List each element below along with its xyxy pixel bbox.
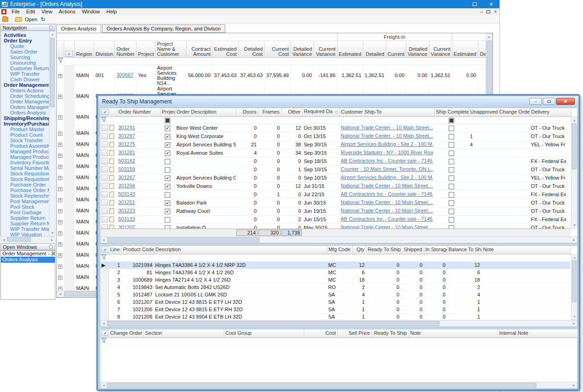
expand-icon[interactable]: + [58, 198, 62, 202]
note-icon[interactable] [109, 142, 114, 147]
expand-icon[interactable]: + [58, 231, 62, 235]
col-header-line[interactable]: Line # [108, 246, 121, 254]
scroll-right-icon[interactable]: ► [49, 237, 55, 243]
scroll-up-icon[interactable]: ▲ [571, 117, 577, 123]
ship-to-link[interactable]: National Trade Center - 10 Main Street,.… [341, 199, 433, 205]
sidebar-item-pool-management[interactable]: Pool Management [1, 199, 55, 204]
scrollbar-thumb[interactable] [487, 41, 492, 101]
order-number-link[interactable]: 301251 [118, 199, 135, 205]
expand-icon[interactable]: + [58, 187, 62, 191]
filter-funnel-icon[interactable] [58, 58, 63, 63]
select-all-header[interactable]: ✔ [64, 41, 75, 57]
expander-cell[interactable]: + [57, 194, 64, 205]
project-checkbox[interactable]: ✔ [165, 134, 170, 139]
col-header-ready-to-ship[interactable]: Ready To Ship [366, 246, 401, 254]
scrollbar[interactable]: ◄► [100, 236, 577, 243]
row-selector[interactable] [102, 208, 108, 214]
row-selector[interactable] [64, 216, 75, 227]
ship-complete-checkbox[interactable] [449, 175, 454, 181]
project-checkbox[interactable]: ✔ [165, 200, 170, 206]
note-icon[interactable] [109, 167, 114, 172]
col-header-detailed[interactable]: Detailed [363, 41, 386, 57]
row-selector[interactable] [64, 194, 75, 205]
sidebar-item-supplier-return-manag[interactable]: Supplier Return Manag [1, 221, 55, 226]
expand-icon[interactable]: + [58, 154, 62, 158]
col-header-doors[interactable]: Doors [236, 108, 258, 116]
scroll-up-icon[interactable]: ▲ [571, 254, 577, 260]
filter-cell[interactable] [452, 57, 478, 65]
filter-cell[interactable] [424, 254, 447, 261]
sidebar-item-orders-management[interactable]: Orders Management [1, 104, 55, 110]
expander-cell[interactable]: + [57, 172, 64, 183]
scroll-left-icon[interactable]: ◄ [101, 237, 107, 243]
filter-cell[interactable] [121, 254, 154, 261]
menu-help[interactable]: Help [103, 9, 120, 14]
ship-to-link[interactable]: National Trade Center - 10 Main Street..… [341, 224, 432, 229]
sidebar-item-product-count[interactable]: Product Count [1, 132, 55, 138]
checkbox-dropdown-icon[interactable]: ✔ [102, 330, 108, 336]
ship-complete-checkbox[interactable] [449, 134, 454, 139]
ship-complete-checkbox[interactable] [449, 159, 454, 164]
expand-icon[interactable]: + [58, 220, 62, 224]
scroll-up-icon[interactable]: ▲ [486, 34, 492, 40]
ship-order-row[interactable]: 301223✔Rathway Court000Jun 19/15National… [100, 207, 571, 215]
ship-to-link[interactable]: AB Contractors Inc - Counter sale - 7145… [341, 216, 433, 222]
ship-order-row[interactable]: 301297✔King West Corporate000Oct 13/15Na… [100, 132, 571, 140]
sidebar-item-wip-transfer-manage[interactable]: WIP Transfer Manage [1, 226, 55, 232]
filter-cell[interactable] [100, 254, 108, 261]
note-icon[interactable] [109, 217, 114, 222]
line-item-row[interactable]: 61021207Exit Device 12 43 8815 E ETY LH … [100, 298, 570, 306]
filter-cell[interactable] [94, 57, 115, 65]
scroll-up-icon[interactable]: ▲ [49, 31, 55, 37]
sidebar-item-managed-products-ma[interactable]: Managed Products Ma [1, 149, 55, 154]
expand-icon[interactable]: + [58, 95, 62, 99]
sidebar-item-order-management[interactable]: Order Management [1, 99, 55, 104]
sidebar-item-orders-actions[interactable]: Orders Actions [1, 88, 55, 93]
ship-order-row[interactable]: 503162000Sep 18/15AB Contractors Inc - C… [100, 157, 571, 165]
filter-cell[interactable] [327, 254, 352, 261]
scrollbar-thumb[interactable] [7, 237, 31, 241]
expander-cell[interactable]: + [57, 260, 64, 271]
sidebar-item-inventory-purchasing[interactable]: Inventory/Purchasing [1, 121, 55, 127]
sidebar-item-order-scheduling[interactable]: Order Scheduling [1, 93, 55, 99]
filter-cell[interactable] [372, 338, 409, 345]
row-selector[interactable] [64, 238, 75, 249]
filter-cell[interactable] [469, 116, 529, 124]
sidebar-item-purchase-order-mana[interactable]: Purchase Order Mana [1, 187, 55, 193]
checkbox-dropdown-icon[interactable]: ✔ [66, 51, 73, 57]
note-icon[interactable] [109, 175, 114, 181]
scroll-right-icon[interactable]: ► [571, 382, 577, 388]
col-header-frames[interactable]: Frames [258, 108, 281, 116]
note-icon[interactable] [109, 183, 114, 189]
filter-cell[interactable] [429, 57, 452, 65]
expander-cell[interactable]: + [57, 271, 64, 283]
expand-icon[interactable]: + [58, 176, 62, 180]
project-checkbox[interactable] [165, 192, 170, 198]
row-selector[interactable] [64, 271, 75, 283]
order-number-link[interactable]: 503143 [118, 191, 135, 197]
col-header-internal-note[interactable]: Internal Note [498, 329, 577, 338]
expander-cell[interactable]: + [57, 183, 64, 194]
scrollbar-thumb[interactable] [107, 383, 536, 388]
scrollbar-thumb[interactable] [50, 38, 54, 107]
scrollbar[interactable]: ◄► [0, 236, 55, 242]
project-checkbox[interactable]: ✔ [165, 142, 170, 148]
sidebar-item-pool-stock[interactable]: Pool Stock [1, 204, 55, 210]
sidebar-item-stock-replenishment[interactable]: Stock Replenishment [1, 193, 55, 199]
ship-to-link[interactable]: Airport Services Building - Site 2 - 100… [341, 141, 433, 147]
ship-to-link[interactable]: Airport Services Building - Site 2 - 100… [341, 175, 433, 180]
dialog-restore-button[interactable] [543, 98, 555, 105]
filter-cell[interactable] [337, 57, 363, 65]
order-number-link[interactable]: 301267 [118, 175, 135, 180]
col-header-current-variance[interactable]: Current Variance [429, 41, 452, 57]
expander-cell[interactable]: + [57, 86, 64, 107]
row-selector[interactable] [102, 141, 108, 148]
col-header-other[interactable]: Other [281, 108, 302, 116]
col-header-estimated[interactable]: Estimated [337, 41, 363, 57]
project-checkbox[interactable] [165, 159, 170, 164]
col-header-required-da[interactable]: Required Da▽ [302, 108, 339, 116]
row-selector[interactable] [64, 86, 75, 107]
expand-icon[interactable]: + [58, 115, 62, 120]
expand-icon[interactable]: + [58, 165, 62, 169]
checkbox-dropdown-icon[interactable]: ✔ [102, 247, 108, 253]
